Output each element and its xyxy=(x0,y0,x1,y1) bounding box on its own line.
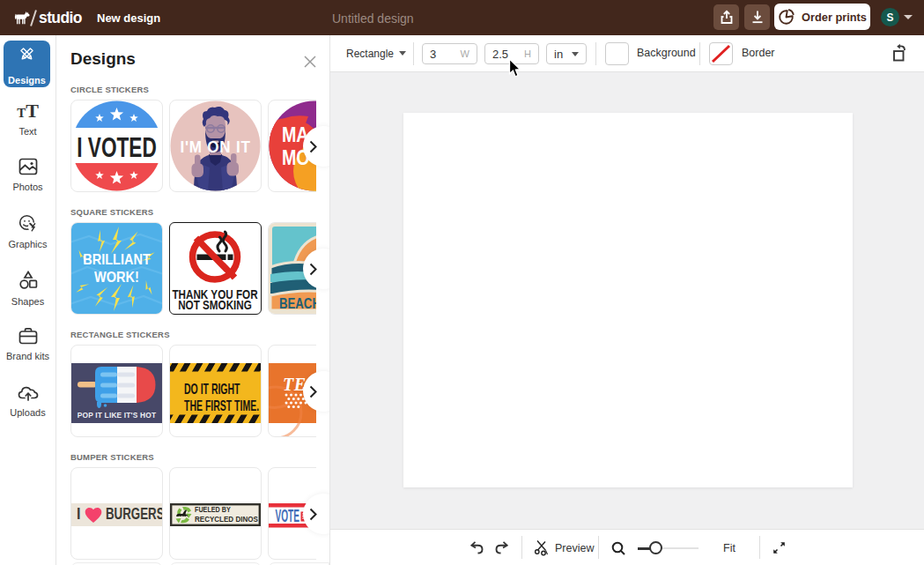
svg-text:RECYCLED DINOS: RECYCLED DINOS xyxy=(195,515,258,524)
svg-text:BURGERS: BURGERS xyxy=(106,504,162,523)
svg-text:VOTE: VOTE xyxy=(276,505,299,525)
svg-text:WORK!: WORK! xyxy=(94,269,139,285)
svg-text:POP IT LIKE IT'S HOT: POP IT LIKE IT'S HOT xyxy=(78,411,157,420)
svg-text:I'M ON IT: I'M ON IT xyxy=(180,138,250,157)
svg-text:FUELED BY: FUELED BY xyxy=(195,506,232,515)
svg-text:THE FIRST TIME.: THE FIRST TIME. xyxy=(184,398,259,414)
svg-text:DO IT RIGHT: DO IT RIGHT xyxy=(184,382,240,398)
svg-text:BEACH: BEACH xyxy=(279,295,316,312)
svg-text:BRILLIANT: BRILLIANT xyxy=(83,251,151,267)
svg-text:I: I xyxy=(77,504,80,524)
svg-text:NOT SMOKING: NOT SMOKING xyxy=(178,298,252,313)
svg-text:I VOTED: I VOTED xyxy=(77,132,156,164)
